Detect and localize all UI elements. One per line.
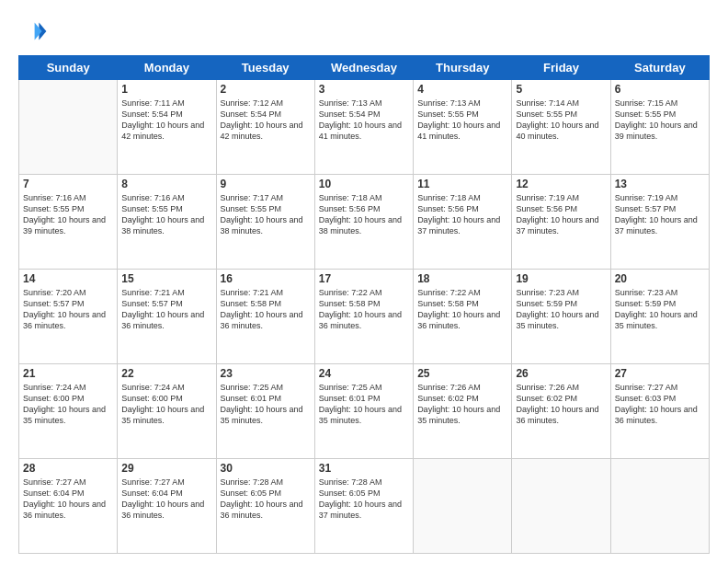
day-number: 12: [516, 178, 606, 190]
day-cell: 22 Sunrise: 7:24 AMSunset: 6:00 PMDaylig…: [118, 364, 216, 459]
day-info: Sunrise: 7:27 AMSunset: 6:03 PMDaylight:…: [615, 382, 705, 427]
day-info: Sunrise: 7:28 AMSunset: 6:05 PMDaylight:…: [221, 477, 311, 522]
day-info: Sunrise: 7:19 AMSunset: 5:56 PMDaylight:…: [516, 192, 606, 237]
weekday-wednesday: Wednesday: [314, 56, 413, 80]
day-cell: 27 Sunrise: 7:27 AMSunset: 6:03 PMDaylig…: [610, 364, 709, 459]
day-cell: 12 Sunrise: 7:19 AMSunset: 5:56 PMDaylig…: [512, 175, 610, 270]
day-number: 23: [221, 367, 311, 380]
day-cell: 1 Sunrise: 7:11 AMSunset: 5:54 PMDayligh…: [118, 80, 216, 175]
day-number: 5: [516, 83, 606, 96]
day-info: Sunrise: 7:25 AMSunset: 6:01 PMDaylight:…: [319, 382, 409, 427]
day-info: Sunrise: 7:12 AMSunset: 5:54 PMDaylight:…: [221, 98, 311, 143]
day-cell: 25 Sunrise: 7:26 AMSunset: 6:02 PMDaylig…: [414, 364, 512, 459]
day-info: Sunrise: 7:27 AMSunset: 6:04 PMDaylight:…: [121, 477, 211, 522]
day-info: Sunrise: 7:24 AMSunset: 6:00 PMDaylight:…: [121, 382, 211, 427]
weekday-sunday: Sunday: [19, 56, 118, 80]
day-cell: 26 Sunrise: 7:26 AMSunset: 6:02 PMDaylig…: [512, 364, 610, 459]
day-info: Sunrise: 7:24 AMSunset: 6:00 PMDaylight:…: [23, 382, 113, 427]
day-info: Sunrise: 7:20 AMSunset: 5:57 PMDaylight:…: [23, 287, 113, 332]
week-row-1: 1 Sunrise: 7:11 AMSunset: 5:54 PMDayligh…: [19, 80, 710, 175]
day-cell: 11 Sunrise: 7:18 AMSunset: 5:56 PMDaylig…: [414, 175, 512, 270]
day-number: 13: [615, 178, 705, 190]
day-cell: 9 Sunrise: 7:17 AMSunset: 5:55 PMDayligh…: [216, 175, 314, 270]
day-cell: [512, 459, 610, 554]
day-cell: 24 Sunrise: 7:25 AMSunset: 6:01 PMDaylig…: [314, 364, 413, 459]
day-cell: 2 Sunrise: 7:12 AMSunset: 5:54 PMDayligh…: [216, 80, 314, 175]
weekday-header-row: SundayMondayTuesdayWednesdayThursdayFrid…: [19, 56, 710, 80]
page: SundayMondayTuesdayWednesdayThursdayFrid…: [0, 0, 728, 563]
day-info: Sunrise: 7:16 AMSunset: 5:55 PMDaylight:…: [23, 192, 113, 237]
day-number: 16: [221, 272, 311, 285]
day-info: Sunrise: 7:15 AMSunset: 5:55 PMDaylight:…: [615, 98, 705, 143]
day-number: 27: [615, 367, 705, 380]
day-cell: 30 Sunrise: 7:28 AMSunset: 6:05 PMDaylig…: [216, 459, 314, 554]
logo: [18, 17, 51, 46]
day-number: 29: [121, 462, 211, 475]
day-cell: 10 Sunrise: 7:18 AMSunset: 5:56 PMDaylig…: [314, 175, 413, 270]
day-number: 9: [221, 178, 311, 190]
day-number: 20: [615, 272, 705, 285]
day-cell: [19, 80, 118, 175]
weekday-friday: Friday: [512, 56, 610, 80]
day-number: 19: [516, 272, 606, 285]
calendar-table: SundayMondayTuesdayWednesdayThursdayFrid…: [18, 55, 710, 554]
day-cell: 5 Sunrise: 7:14 AMSunset: 5:55 PMDayligh…: [512, 80, 610, 175]
day-cell: 21 Sunrise: 7:24 AMSunset: 6:00 PMDaylig…: [19, 364, 118, 459]
day-cell: 15 Sunrise: 7:21 AMSunset: 5:57 PMDaylig…: [118, 270, 216, 364]
day-info: Sunrise: 7:23 AMSunset: 5:59 PMDaylight:…: [615, 287, 705, 332]
day-number: 6: [615, 83, 705, 96]
day-cell: 14 Sunrise: 7:20 AMSunset: 5:57 PMDaylig…: [19, 270, 118, 364]
day-info: Sunrise: 7:16 AMSunset: 5:55 PMDaylight:…: [121, 192, 211, 237]
day-cell: [610, 459, 709, 554]
day-cell: 4 Sunrise: 7:13 AMSunset: 5:55 PMDayligh…: [414, 80, 512, 175]
day-info: Sunrise: 7:17 AMSunset: 5:55 PMDaylight:…: [221, 192, 311, 237]
day-number: 28: [23, 462, 113, 475]
week-row-2: 7 Sunrise: 7:16 AMSunset: 5:55 PMDayligh…: [19, 175, 710, 270]
day-info: Sunrise: 7:14 AMSunset: 5:55 PMDaylight:…: [516, 98, 606, 143]
day-cell: 18 Sunrise: 7:22 AMSunset: 5:58 PMDaylig…: [414, 270, 512, 364]
day-cell: 23 Sunrise: 7:25 AMSunset: 6:01 PMDaylig…: [216, 364, 314, 459]
logo-icon: [18, 17, 48, 46]
day-number: 26: [516, 367, 606, 380]
day-cell: 28 Sunrise: 7:27 AMSunset: 6:04 PMDaylig…: [19, 459, 118, 554]
day-number: 17: [319, 272, 409, 285]
day-info: Sunrise: 7:22 AMSunset: 5:58 PMDaylight:…: [417, 287, 507, 332]
weekday-tuesday: Tuesday: [216, 56, 314, 80]
day-info: Sunrise: 7:26 AMSunset: 6:02 PMDaylight:…: [417, 382, 507, 427]
day-info: Sunrise: 7:18 AMSunset: 5:56 PMDaylight:…: [319, 192, 409, 237]
day-number: 14: [23, 272, 113, 285]
weekday-monday: Monday: [118, 56, 216, 80]
day-number: 1: [121, 83, 211, 96]
day-info: Sunrise: 7:19 AMSunset: 5:57 PMDaylight:…: [615, 192, 705, 237]
day-info: Sunrise: 7:21 AMSunset: 5:57 PMDaylight:…: [121, 287, 211, 332]
day-info: Sunrise: 7:11 AMSunset: 5:54 PMDaylight:…: [121, 98, 211, 143]
day-info: Sunrise: 7:18 AMSunset: 5:56 PMDaylight:…: [417, 192, 507, 237]
day-cell: [414, 459, 512, 554]
day-cell: 7 Sunrise: 7:16 AMSunset: 5:55 PMDayligh…: [19, 175, 118, 270]
day-info: Sunrise: 7:13 AMSunset: 5:55 PMDaylight:…: [417, 98, 507, 143]
day-info: Sunrise: 7:25 AMSunset: 6:01 PMDaylight:…: [221, 382, 311, 427]
day-number: 3: [319, 83, 409, 96]
day-info: Sunrise: 7:26 AMSunset: 6:02 PMDaylight:…: [516, 382, 606, 427]
week-row-3: 14 Sunrise: 7:20 AMSunset: 5:57 PMDaylig…: [19, 270, 710, 364]
day-cell: 17 Sunrise: 7:22 AMSunset: 5:58 PMDaylig…: [314, 270, 413, 364]
day-number: 4: [417, 83, 507, 96]
weekday-saturday: Saturday: [610, 56, 709, 80]
day-number: 30: [221, 462, 311, 475]
day-number: 25: [417, 367, 507, 380]
day-number: 10: [319, 178, 409, 190]
day-number: 18: [417, 272, 507, 285]
day-number: 22: [121, 367, 211, 380]
day-cell: 6 Sunrise: 7:15 AMSunset: 5:55 PMDayligh…: [610, 80, 709, 175]
day-number: 21: [23, 367, 113, 380]
day-info: Sunrise: 7:22 AMSunset: 5:58 PMDaylight:…: [319, 287, 409, 332]
day-number: 15: [121, 272, 211, 285]
day-number: 11: [417, 178, 507, 190]
day-cell: 13 Sunrise: 7:19 AMSunset: 5:57 PMDaylig…: [610, 175, 709, 270]
day-info: Sunrise: 7:27 AMSunset: 6:04 PMDaylight:…: [23, 477, 113, 522]
header: [18, 17, 710, 46]
day-cell: 3 Sunrise: 7:13 AMSunset: 5:54 PMDayligh…: [314, 80, 413, 175]
week-row-4: 21 Sunrise: 7:24 AMSunset: 6:00 PMDaylig…: [19, 364, 710, 459]
day-number: 31: [319, 462, 409, 475]
day-number: 24: [319, 367, 409, 380]
